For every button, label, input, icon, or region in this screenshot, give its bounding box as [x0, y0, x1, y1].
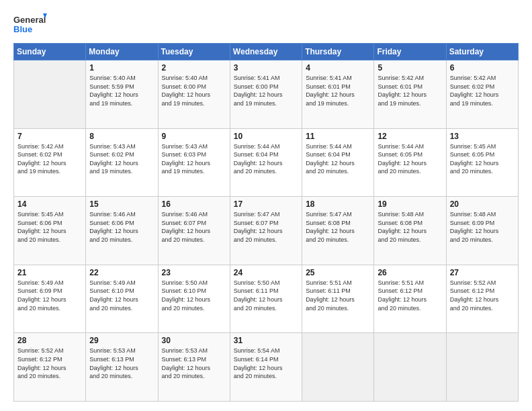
day-info: Sunrise: 5:42 AM Sunset: 6:01 PM Dayligh…: [378, 74, 442, 107]
day-info: Sunrise: 5:41 AM Sunset: 6:01 PM Dayligh…: [306, 74, 370, 107]
calendar-cell: 31Sunrise: 5:54 AM Sunset: 6:14 PM Dayli…: [230, 333, 302, 402]
day-number: 25: [306, 268, 370, 277]
calendar-cell: [446, 333, 518, 402]
calendar-cell: 21Sunrise: 5:49 AM Sunset: 6:09 PM Dayli…: [14, 265, 86, 333]
calendar-cell: [302, 333, 374, 402]
calendar-cell: 16Sunrise: 5:46 AM Sunset: 6:07 PM Dayli…: [158, 197, 230, 265]
weekday-header: Thursday: [302, 44, 374, 60]
calendar-cell: 4Sunrise: 5:41 AM Sunset: 6:01 PM Daylig…: [302, 60, 374, 129]
weekday-header: Sunday: [14, 44, 86, 60]
day-info: Sunrise: 5:41 AM Sunset: 6:00 PM Dayligh…: [234, 74, 298, 107]
day-info: Sunrise: 5:44 AM Sunset: 6:04 PM Dayligh…: [306, 142, 370, 176]
calendar-cell: [374, 333, 446, 402]
calendar-week-row: 21Sunrise: 5:49 AM Sunset: 6:09 PM Dayli…: [14, 265, 519, 333]
day-info: Sunrise: 5:46 AM Sunset: 6:07 PM Dayligh…: [162, 210, 226, 244]
day-info: Sunrise: 5:52 AM Sunset: 6:12 PM Dayligh…: [450, 279, 515, 312]
weekday-header: Saturday: [446, 44, 518, 60]
day-number: 1: [89, 63, 154, 73]
day-number: 3: [234, 63, 298, 73]
calendar-cell: 26Sunrise: 5:51 AM Sunset: 6:12 PM Dayli…: [374, 265, 446, 333]
day-number: 8: [89, 132, 154, 141]
calendar-cell: [14, 60, 86, 129]
day-number: 5: [378, 63, 442, 73]
calendar-cell: 9Sunrise: 5:43 AM Sunset: 6:03 PM Daylig…: [158, 128, 230, 197]
calendar-cell: 30Sunrise: 5:53 AM Sunset: 6:13 PM Dayli…: [158, 333, 230, 402]
calendar-cell: 10Sunrise: 5:44 AM Sunset: 6:04 PM Dayli…: [230, 128, 302, 197]
calendar-cell: 3Sunrise: 5:41 AM Sunset: 6:00 PM Daylig…: [230, 60, 302, 129]
day-info: Sunrise: 5:48 AM Sunset: 6:09 PM Dayligh…: [450, 210, 515, 244]
weekday-header: Tuesday: [158, 44, 230, 60]
day-number: 2: [162, 63, 226, 73]
calendar-week-row: 7Sunrise: 5:42 AM Sunset: 6:02 PM Daylig…: [14, 128, 519, 197]
day-number: 23: [162, 268, 226, 277]
day-number: 14: [17, 199, 82, 209]
day-number: 7: [17, 132, 82, 141]
day-info: Sunrise: 5:42 AM Sunset: 6:02 PM Dayligh…: [17, 142, 82, 176]
day-info: Sunrise: 5:42 AM Sunset: 6:02 PM Dayligh…: [450, 74, 515, 107]
day-number: 15: [89, 199, 154, 209]
calendar-week-row: 28Sunrise: 5:52 AM Sunset: 6:12 PM Dayli…: [14, 333, 519, 402]
day-info: Sunrise: 5:45 AM Sunset: 6:05 PM Dayligh…: [450, 142, 515, 176]
calendar-cell: 24Sunrise: 5:50 AM Sunset: 6:11 PM Dayli…: [230, 265, 302, 333]
svg-text:Blue: Blue: [13, 24, 32, 34]
day-number: 11: [306, 132, 370, 141]
weekday-header: Friday: [374, 44, 446, 60]
day-info: Sunrise: 5:43 AM Sunset: 6:02 PM Dayligh…: [89, 142, 154, 176]
day-info: Sunrise: 5:53 AM Sunset: 6:13 PM Dayligh…: [89, 347, 154, 380]
day-number: 27: [450, 268, 515, 277]
calendar-cell: 7Sunrise: 5:42 AM Sunset: 6:02 PM Daylig…: [14, 128, 86, 197]
calendar-cell: 14Sunrise: 5:45 AM Sunset: 6:06 PM Dayli…: [14, 197, 86, 265]
calendar-cell: 11Sunrise: 5:44 AM Sunset: 6:04 PM Dayli…: [302, 128, 374, 197]
day-info: Sunrise: 5:47 AM Sunset: 6:07 PM Dayligh…: [234, 210, 298, 244]
day-number: 22: [89, 268, 154, 277]
day-number: 6: [450, 63, 515, 73]
day-number: 31: [234, 336, 298, 345]
calendar-cell: 27Sunrise: 5:52 AM Sunset: 6:12 PM Dayli…: [446, 265, 518, 333]
calendar-cell: 22Sunrise: 5:49 AM Sunset: 6:10 PM Dayli…: [86, 265, 158, 333]
calendar-cell: 17Sunrise: 5:47 AM Sunset: 6:07 PM Dayli…: [230, 197, 302, 265]
day-number: 13: [450, 132, 515, 141]
calendar-cell: 18Sunrise: 5:47 AM Sunset: 6:08 PM Dayli…: [302, 197, 374, 265]
day-info: Sunrise: 5:45 AM Sunset: 6:06 PM Dayligh…: [17, 210, 82, 244]
day-info: Sunrise: 5:48 AM Sunset: 6:08 PM Dayligh…: [378, 210, 442, 244]
calendar-cell: 20Sunrise: 5:48 AM Sunset: 6:09 PM Dayli…: [446, 197, 518, 265]
day-number: 17: [234, 199, 298, 209]
day-number: 26: [378, 268, 442, 277]
day-number: 4: [306, 63, 370, 73]
calendar-cell: 29Sunrise: 5:53 AM Sunset: 6:13 PM Dayli…: [86, 333, 158, 402]
calendar-cell: 19Sunrise: 5:48 AM Sunset: 6:08 PM Dayli…: [374, 197, 446, 265]
day-info: Sunrise: 5:44 AM Sunset: 6:04 PM Dayligh…: [234, 142, 298, 176]
day-number: 20: [450, 199, 515, 209]
day-number: 29: [89, 336, 154, 345]
calendar-week-row: 1Sunrise: 5:40 AM Sunset: 5:59 PM Daylig…: [14, 60, 519, 129]
day-number: 24: [234, 268, 298, 277]
day-number: 21: [17, 268, 82, 277]
calendar-cell: 5Sunrise: 5:42 AM Sunset: 6:01 PM Daylig…: [374, 60, 446, 129]
day-info: Sunrise: 5:49 AM Sunset: 6:09 PM Dayligh…: [17, 279, 82, 312]
day-info: Sunrise: 5:40 AM Sunset: 5:59 PM Dayligh…: [89, 74, 154, 107]
page: General Blue SundayMondayTuesdayWednesda…: [0, 0, 532, 411]
day-info: Sunrise: 5:52 AM Sunset: 6:12 PM Dayligh…: [17, 347, 82, 380]
day-number: 18: [306, 199, 370, 209]
calendar: SundayMondayTuesdayWednesdayThursdayFrid…: [13, 43, 519, 402]
calendar-cell: 28Sunrise: 5:52 AM Sunset: 6:12 PM Dayli…: [14, 333, 86, 402]
day-info: Sunrise: 5:44 AM Sunset: 6:05 PM Dayligh…: [378, 142, 442, 176]
calendar-cell: 23Sunrise: 5:50 AM Sunset: 6:10 PM Dayli…: [158, 265, 230, 333]
calendar-cell: 2Sunrise: 5:40 AM Sunset: 6:00 PM Daylig…: [158, 60, 230, 129]
day-number: 9: [162, 132, 226, 141]
day-info: Sunrise: 5:50 AM Sunset: 6:11 PM Dayligh…: [234, 279, 298, 312]
day-number: 28: [17, 336, 82, 345]
svg-text:General: General: [13, 15, 46, 25]
day-number: 16: [162, 199, 226, 209]
day-number: 12: [378, 132, 442, 141]
calendar-cell: 15Sunrise: 5:46 AM Sunset: 6:06 PM Dayli…: [86, 197, 158, 265]
weekday-row: SundayMondayTuesdayWednesdayThursdayFrid…: [14, 44, 519, 60]
day-info: Sunrise: 5:47 AM Sunset: 6:08 PM Dayligh…: [306, 210, 370, 244]
day-number: 10: [234, 132, 298, 141]
calendar-cell: 8Sunrise: 5:43 AM Sunset: 6:02 PM Daylig…: [86, 128, 158, 197]
day-info: Sunrise: 5:53 AM Sunset: 6:13 PM Dayligh…: [162, 347, 226, 380]
day-info: Sunrise: 5:40 AM Sunset: 6:00 PM Dayligh…: [162, 74, 226, 107]
day-number: 30: [162, 336, 226, 345]
day-info: Sunrise: 5:49 AM Sunset: 6:10 PM Dayligh…: [89, 279, 154, 312]
calendar-header: SundayMondayTuesdayWednesdayThursdayFrid…: [14, 44, 519, 60]
